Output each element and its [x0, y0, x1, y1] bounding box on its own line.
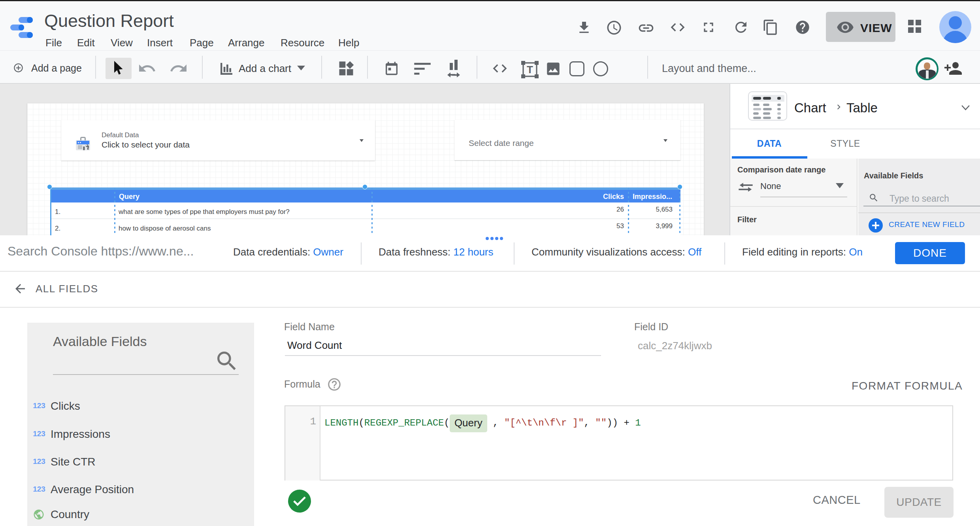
- svg-text:T: T: [527, 64, 533, 76]
